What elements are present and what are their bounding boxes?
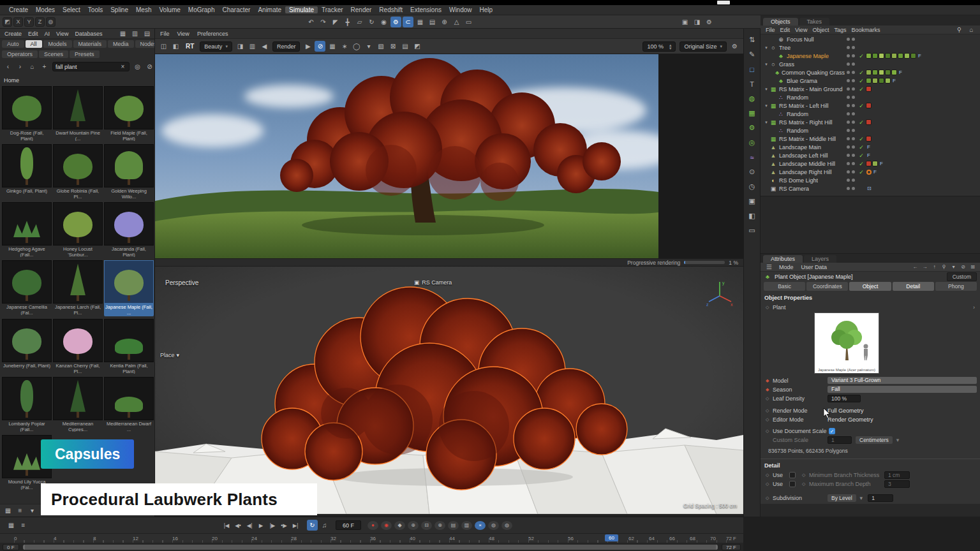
filter-tab-auto[interactable]: Auto	[2, 40, 24, 48]
visibility-dot[interactable]	[852, 38, 855, 41]
asset-item[interactable]: Mediterranean Dwarf ...	[104, 377, 154, 433]
panel-tab-objects[interactable]: Objects	[763, 18, 798, 26]
use-document-scale-checkbox[interactable]: ✓	[829, 428, 835, 434]
ruler-tick-label[interactable]: 36	[370, 536, 376, 541]
visibility-dot[interactable]	[852, 162, 855, 165]
material-tag[interactable]	[904, 53, 910, 59]
asset-item[interactable]: Kanzan Cherry (Fall, Pl...	[53, 319, 103, 375]
plant-preview-image[interactable]: Japanese Maple (Acer palmatum)	[814, 312, 879, 374]
menu-item[interactable]: Volume	[155, 6, 184, 13]
enabled-check-icon[interactable]	[858, 94, 865, 101]
use-min-branch-checkbox[interactable]	[789, 472, 796, 478]
rt-toggle-button[interactable]: RT	[182, 43, 198, 50]
keyframe-bar-icon[interactable]: ≡	[18, 520, 29, 531]
zoom-level-field[interactable]: 100 % ▴▾	[642, 41, 676, 52]
grid-overlay-icon[interactable]: ▦	[327, 41, 338, 52]
dropdown-icon[interactable]: ▾	[363, 41, 374, 52]
tag-icon[interactable]: F	[880, 161, 883, 166]
menu-item[interactable]: Help	[476, 6, 497, 13]
render-view-settings-icon[interactable]: ⚙	[729, 41, 740, 52]
object-row[interactable]: ▲Landscape Right Hill✓F	[761, 168, 980, 176]
clear-search-icon[interactable]: ×	[117, 61, 128, 72]
prev-render-button[interactable]: ◀	[259, 41, 270, 52]
om-menu-item[interactable]: Edit	[778, 27, 793, 33]
visibility-dot[interactable]	[847, 137, 850, 140]
enabled-check-icon[interactable]	[858, 45, 865, 51]
range-thumb[interactable]	[23, 545, 718, 550]
material-tag[interactable]	[872, 53, 878, 59]
asset-search-box[interactable]: ×	[52, 62, 130, 71]
browser-lock-button[interactable]: ⊘	[144, 61, 155, 72]
simulation-scene-icon[interactable]: ⚙	[746, 122, 757, 133]
filter-tab-all[interactable]: All	[26, 40, 42, 48]
material-tag[interactable]	[866, 136, 872, 142]
ruler-tick-label[interactable]: 32	[330, 536, 336, 541]
parent-object-icon[interactable]: ↑	[930, 263, 939, 271]
om-menu-item[interactable]: View	[792, 27, 810, 33]
material-tag[interactable]	[866, 86, 872, 92]
visibility-dot[interactable]	[847, 170, 850, 173]
leaf-density-field[interactable]: 100 %	[828, 395, 861, 402]
next-render-button[interactable]: ▶	[302, 41, 313, 52]
attr-popout-icon[interactable]: ⊞	[969, 263, 977, 271]
material-tag[interactable]	[879, 53, 884, 59]
modeling-axis-button[interactable]: ⊕	[439, 17, 450, 27]
render-view-button[interactable]: ▣	[679, 17, 690, 27]
nav-add-button[interactable]: +	[39, 61, 50, 72]
object-row[interactable]: ▦RS Matrix - Middle Hill✓	[761, 135, 980, 143]
object-row[interactable]: ♣Common Quaking Grass✓F	[761, 68, 980, 77]
enabled-check-icon[interactable]: ✓	[858, 78, 865, 84]
om-menu-item[interactable]: Tags	[831, 27, 849, 33]
object-row[interactable]: ◐RS Dome Light	[761, 176, 980, 184]
last-tool-button[interactable]: ◉	[378, 17, 389, 27]
field-icon[interactable]: ◎	[746, 137, 757, 148]
tag-icon[interactable]: F	[873, 169, 877, 175]
visibility-dot[interactable]	[847, 71, 850, 74]
deformer-icon[interactable]: ≈	[746, 152, 757, 163]
visibility-dot[interactable]	[852, 112, 855, 115]
prev-key-button[interactable]: ◀•	[233, 520, 243, 531]
visibility-dot[interactable]	[847, 129, 850, 132]
filter-tab-media[interactable]: Media	[108, 40, 134, 48]
c4d-logo-icon[interactable]: ◩	[3, 17, 12, 27]
asset-item[interactable]: Dog-Rose (Fall, Plant)	[2, 86, 52, 142]
max-branch-field[interactable]: 3	[884, 480, 910, 488]
plant-expand-arrow[interactable]: ›	[973, 304, 975, 311]
menu-item[interactable]: Animate	[254, 6, 285, 13]
browser-filter-button[interactable]: ◎	[132, 61, 143, 72]
attribute-tab-coordinates[interactable]: Coordinates	[806, 282, 848, 291]
render-view-menu-item[interactable]: File	[156, 31, 174, 37]
filter-tab-operators[interactable]: Operators	[2, 50, 38, 58]
asset-item[interactable]: Japanese Larch (Fall, Pl...	[53, 260, 103, 316]
nav-back-button[interactable]: ‹	[3, 61, 13, 72]
menu-item[interactable]: Select	[59, 6, 84, 13]
zoom-spinner[interactable]: ▴▾	[666, 43, 672, 50]
editor-mode-dropdown[interactable]: Render Geometry	[828, 416, 873, 423]
solo-toggle-button[interactable]: ◍	[488, 521, 499, 530]
visibility-dot[interactable]	[852, 170, 855, 173]
visibility-dot[interactable]	[852, 79, 855, 82]
object-row[interactable]: ▾○Grass	[761, 60, 980, 68]
snap-toggle-button[interactable]: ⊂	[403, 17, 413, 27]
camera-hud-label[interactable]: ▣ RS Camera	[414, 279, 452, 286]
menu-item[interactable]: Create	[5, 6, 32, 13]
material-tag[interactable]	[885, 53, 891, 59]
visibility-dot[interactable]	[852, 129, 855, 132]
enabled-check-icon[interactable]: ✓	[858, 144, 865, 151]
text-spline-icon[interactable]: T	[746, 78, 757, 89]
view-mode-grid-icon[interactable]: ▦	[117, 29, 128, 39]
enabled-check-icon[interactable]: ✓	[858, 152, 865, 159]
tag-icon[interactable]: F	[867, 152, 870, 158]
ab-compare-icon[interactable]: ◨	[235, 41, 246, 52]
panel-tab-takes[interactable]: Takes	[799, 18, 830, 26]
visibility-dot[interactable]	[847, 121, 850, 124]
object-row[interactable]: ▣RS Camera ⊡	[761, 184, 980, 193]
asset-item[interactable]: Field Maple (Fall, Plant)	[104, 86, 154, 142]
axis-gizmo[interactable]: y x z	[705, 278, 734, 307]
ruler-tick-label[interactable]: 68	[690, 536, 695, 541]
visibility-dot[interactable]	[847, 38, 850, 41]
asset-menu-item[interactable]: View	[53, 31, 71, 37]
visibility-dot[interactable]	[852, 87, 855, 91]
ruler-tick-label[interactable]: 72 F	[726, 536, 736, 541]
grid-view-toggle-icon[interactable]: ▦	[3, 505, 13, 516]
